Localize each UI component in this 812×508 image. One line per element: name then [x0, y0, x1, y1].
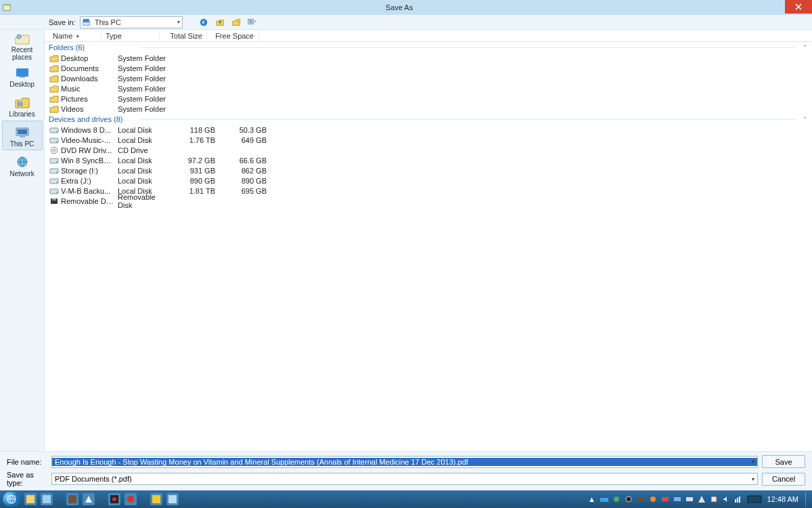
new-folder-button[interactable] — [230, 16, 242, 28]
folder-icon — [49, 74, 60, 83]
tray-icon[interactable] — [648, 494, 658, 504]
svg-rect-12 — [20, 77, 25, 78]
chevron-down-icon: ▾ — [177, 19, 180, 25]
svg-rect-34 — [52, 198, 56, 200]
taskbar-app-7[interactable] — [150, 493, 162, 505]
svg-rect-51 — [686, 497, 693, 501]
taskbar[interactable]: ▲ 12:48 AM — [0, 490, 812, 508]
taskbar-app-1[interactable] — [24, 493, 37, 505]
svg-rect-53 — [735, 499, 736, 503]
folder-icon — [49, 104, 60, 114]
start-button[interactable] — [3, 492, 20, 507]
svg-rect-17 — [20, 135, 25, 137]
list-item[interactable]: DocumentsSystem Folder — [45, 63, 812, 73]
list-item[interactable]: Windows 8 D...Local Disk118 GB50.3 GB — [45, 125, 812, 135]
svg-rect-56 — [748, 496, 761, 503]
sidebar-item-desktop[interactable]: Desktop — [2, 61, 43, 91]
taskbar-app-3[interactable] — [66, 493, 78, 505]
drive-icon — [49, 125, 60, 135]
svg-rect-42 — [152, 495, 160, 503]
cancel-button[interactable]: Cancel — [762, 473, 805, 486]
tray-icon[interactable] — [685, 494, 694, 504]
tray-volume-icon[interactable] — [721, 494, 731, 504]
savein-combo[interactable]: This PC ▾ — [80, 16, 183, 28]
close-button[interactable] — [785, 0, 812, 14]
sidebar-item-recent[interactable]: Recent places — [2, 31, 43, 61]
taskbar-app-6[interactable] — [125, 493, 137, 505]
svg-rect-9 — [249, 22, 252, 23]
list-item[interactable]: Storage (I:)Local Disk931 GB862 GB — [45, 165, 812, 175]
tray-icon[interactable] — [624, 494, 633, 504]
column-type[interactable]: Type — [102, 30, 160, 41]
filename-label: File name: — [7, 458, 47, 466]
filename-input[interactable]: Enough Is Enough - Stop Wasting Money on… — [51, 456, 758, 468]
column-size[interactable]: Total Size — [160, 30, 207, 41]
svg-point-28 — [56, 171, 58, 173]
list-item[interactable]: DownloadsSystem Folder — [45, 73, 812, 83]
list-item[interactable]: Video-Music-...Local Disk1.76 TB649 GB — [45, 135, 812, 145]
svg-rect-55 — [739, 496, 740, 503]
sidebar-item-libraries[interactable]: Libraries — [2, 91, 43, 121]
taskbar-app-4[interactable] — [83, 493, 95, 505]
drive-icon — [49, 176, 60, 186]
place-icon — [13, 33, 32, 46]
column-headers: Name ▲ Type Total Size Free Space — [45, 30, 812, 42]
save-as-dialog: Save As Save in: This PC ▾ Recent places… — [0, 0, 812, 508]
svg-point-5 — [237, 18, 240, 22]
svg-point-20 — [56, 131, 58, 132]
up-one-level-button[interactable] — [214, 16, 226, 28]
list-item[interactable]: VideosSystem Folder — [45, 104, 812, 114]
place-label: Recent places — [3, 46, 42, 61]
back-button[interactable] — [198, 16, 210, 28]
view-menu-button[interactable] — [246, 16, 258, 28]
tray-icon[interactable] — [636, 494, 646, 504]
list-item[interactable]: DVD RW Driv...CD Drive — [45, 145, 812, 155]
svg-point-45 — [614, 496, 619, 502]
column-name[interactable]: Name ▲ — [49, 30, 102, 41]
list-viewport[interactable]: Folders (6)⌃DesktopSystem FolderDocument… — [45, 42, 812, 451]
tray-network-icon[interactable] — [734, 494, 743, 504]
svg-point-48 — [650, 496, 656, 502]
list-item[interactable]: Win 8 SyncBa...Local Disk97.2 GB66.6 GB — [45, 155, 812, 165]
svg-point-26 — [56, 161, 58, 163]
savein-label: Save in: — [49, 18, 76, 26]
group-header[interactable]: Devices and drives (8)⌃ — [45, 114, 812, 125]
taskbar-app-2[interactable] — [41, 493, 53, 505]
drive-icon — [49, 146, 60, 155]
tray-icon[interactable]: ▲ — [587, 494, 597, 504]
list-item[interactable]: Extra (J:)Local Disk890 GB890 GB — [45, 175, 812, 186]
title-bar: Save As — [0, 0, 812, 15]
tray-flag-icon[interactable] — [709, 494, 719, 504]
svg-rect-11 — [16, 68, 28, 77]
filename-value: Enough Is Enough - Stop Wasting Money on… — [52, 458, 757, 466]
column-free[interactable]: Free Space — [207, 30, 258, 41]
place-icon — [13, 66, 32, 81]
svg-rect-44 — [600, 498, 608, 502]
folder-icon — [49, 84, 60, 93]
list-item[interactable]: PicturesSystem Folder — [45, 93, 812, 104]
taskbar-items — [24, 493, 179, 505]
tray-icon[interactable] — [600, 494, 609, 504]
group-header[interactable]: Folders (6)⌃ — [45, 42, 812, 53]
taskbar-app-5[interactable] — [108, 493, 120, 505]
tray-icon[interactable] — [612, 494, 621, 504]
list-item[interactable]: MusicSystem Folder — [45, 83, 812, 93]
place-label: This PC — [10, 140, 35, 148]
drive-icon — [49, 135, 60, 145]
taskbar-app-8[interactable] — [166, 493, 179, 505]
drive-icon — [49, 156, 60, 165]
tray-icon[interactable] — [660, 494, 670, 504]
folder-icon — [49, 64, 60, 73]
sidebar-item-network[interactable]: Network — [2, 150, 43, 180]
place-label: Network — [9, 170, 35, 177]
show-desktop[interactable] — [805, 492, 809, 507]
list-item[interactable]: Removable Di...Removable Disk — [45, 196, 812, 206]
tray-icon[interactable] — [697, 494, 706, 504]
tray-app-icon[interactable] — [746, 494, 763, 504]
tray-icon[interactable] — [673, 494, 682, 504]
filetype-select[interactable]: PDF Documents (*.pdf) ▾ — [51, 473, 758, 485]
taskbar-clock[interactable]: 12:48 AM — [767, 495, 798, 503]
sidebar-item-thispc[interactable]: This PC — [2, 121, 43, 150]
save-button[interactable]: Save — [762, 455, 805, 468]
list-item[interactable]: DesktopSystem Folder — [45, 53, 812, 63]
